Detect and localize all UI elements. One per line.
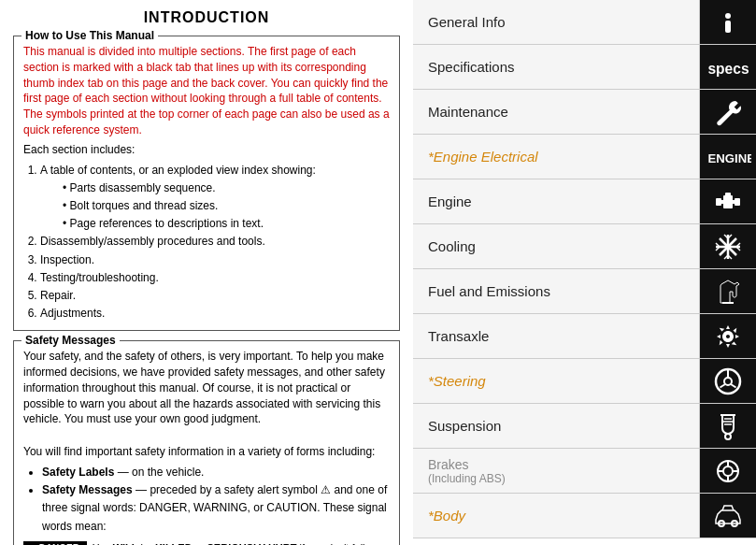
sidebar-item-fuel-emissions[interactable]: Fuel and Emissions <box>413 269 756 314</box>
body-icon <box>713 501 743 531</box>
sidebar-icon-brakes <box>700 449 756 493</box>
snowflake-icon <box>713 232 743 262</box>
right-sidebar-wrapper: General Info Specifications specs <box>413 0 756 545</box>
safety-bullet-list: Safety Labels — on the vehicle. Safety M… <box>42 464 390 536</box>
sidebar-label-steering: *Steering <box>413 359 700 403</box>
page-title: INTRODUCTION <box>13 9 400 26</box>
list-item: Inspection. <box>40 251 390 269</box>
svg-rect-9 <box>725 193 731 196</box>
info-icon <box>713 7 743 37</box>
sidebar-icon-specifications: specs <box>700 45 756 89</box>
right-sidebar: General Info Specifications specs <box>413 0 756 538</box>
list-item: Bolt torques and thread sizes. <box>63 197 390 215</box>
sidebar-label-specifications: Specifications <box>413 45 700 89</box>
engine-elec-icon: ENGINE <box>705 146 751 168</box>
svg-point-24 <box>724 378 732 385</box>
how-to-intro: This manual is divided into multiple sec… <box>23 44 390 138</box>
list-item: A table of contents, or an exploded view… <box>40 162 390 234</box>
list-item: Safety Labels — on the vehicle. <box>42 464 390 481</box>
svg-rect-1 <box>725 21 731 33</box>
list-item: Adjustments. <box>40 305 390 323</box>
sidebar-label-suspension: Suspension <box>413 404 700 448</box>
list-item: Repair. <box>40 287 390 305</box>
list-item: Testing/troubleshooting. <box>40 269 390 287</box>
svg-line-27 <box>731 384 736 388</box>
how-to-list: A table of contents, or an exploded view… <box>40 162 390 323</box>
how-to-section: How to Use This Manual This manual is di… <box>13 36 400 331</box>
brakes-icon <box>713 456 743 486</box>
sidebar-item-body[interactable]: *Body <box>413 494 756 538</box>
svg-line-26 <box>720 384 726 388</box>
safety-para1: Your safety, and the safety of others, i… <box>23 349 390 427</box>
sidebar-label-cooling: Cooling <box>413 224 700 268</box>
list-item: Safety Messages — preceded by a safety a… <box>42 481 390 536</box>
sidebar-label-general-info: General Info <box>413 0 700 44</box>
sidebar-icon-cooling <box>700 224 756 268</box>
wrench-icon <box>713 97 743 127</box>
sidebar-item-engine-electrical[interactable]: *Engine Electrical ENGINE <box>413 135 756 179</box>
svg-point-31 <box>723 466 733 476</box>
svg-text:ENGINE: ENGINE <box>707 151 751 165</box>
left-panel: INTRODUCTION How to Use This Manual This… <box>0 0 413 545</box>
danger-badge: ▲ DANGER <box>23 541 87 545</box>
svg-point-29 <box>725 434 731 439</box>
safety-para2: You will find important safety informati… <box>23 444 390 460</box>
svg-rect-8 <box>720 200 735 204</box>
sidebar-label-fuel-emissions: Fuel and Emissions <box>413 269 700 313</box>
sidebar-icon-body <box>700 494 756 538</box>
list-item: Parts disassembly sequence. <box>63 179 390 197</box>
sidebar-item-engine[interactable]: Engine <box>413 179 756 224</box>
safety-title: Safety Messages <box>21 334 120 347</box>
sidebar-item-maintenance[interactable]: Maintenance <box>413 90 756 135</box>
sidebar-label-body: *Body <box>413 494 700 538</box>
list-item: Disassembly/assembly procedures and tool… <box>40 233 390 251</box>
list-item: Page references to descriptions in text. <box>63 215 390 233</box>
svg-point-14 <box>725 244 731 250</box>
sidebar-item-specifications[interactable]: Specifications specs <box>413 45 756 90</box>
each-section-label: Each section includes: <box>23 142 390 158</box>
sidebar-item-cooling[interactable]: Cooling <box>413 224 756 269</box>
suspension-icon <box>713 411 743 441</box>
sidebar-label-engine-electrical: *Engine Electrical <box>413 135 700 179</box>
sidebar-item-suspension[interactable]: Suspension <box>413 404 756 449</box>
danger-text: You WILL be KILLED or SERIOUSLY HURT if … <box>93 541 390 545</box>
sidebar-icon-maintenance <box>700 90 756 134</box>
safety-badges: ▲ DANGER You WILL be KILLED or SERIOUSLY… <box>23 541 390 545</box>
sidebar-label-engine: Engine <box>413 179 700 223</box>
sidebar-label-brakes: Brakes (Including ABS) <box>413 449 700 493</box>
steering-wheel-icon <box>713 366 743 396</box>
sidebar-icon-suspension <box>700 404 756 448</box>
svg-point-3 <box>719 121 721 123</box>
engine-icon <box>713 187 743 217</box>
sidebar-icon-engine <box>700 179 756 223</box>
gear-icon <box>713 322 743 351</box>
svg-point-0 <box>725 13 731 19</box>
sidebar-icon-general-info <box>700 0 756 44</box>
sidebar-icon-engine-electrical: ENGINE <box>700 135 756 179</box>
sidebar-icon-fuel-emissions <box>700 269 756 313</box>
specs-icon: specs <box>705 56 751 79</box>
sidebar-item-steering[interactable]: *Steering <box>413 359 756 404</box>
sidebar-icon-transaxle <box>700 314 756 358</box>
sidebar-item-transaxle[interactable]: Transaxle <box>413 314 756 359</box>
sidebar-item-general-info[interactable]: General Info <box>413 0 756 45</box>
sidebar-item-brakes[interactable]: Brakes (Including ABS) <box>413 449 756 494</box>
sidebar-label-transaxle: Transaxle <box>413 314 700 358</box>
sidebar-icon-steering <box>700 359 756 403</box>
sidebar-label-maintenance: Maintenance <box>413 90 700 134</box>
how-to-title: How to Use This Manual <box>21 29 158 42</box>
safety-section: Safety Messages Your safety, and the saf… <box>13 340 400 545</box>
svg-text:specs: specs <box>707 61 749 77</box>
fuel-icon <box>713 277 743 307</box>
danger-row: ▲ DANGER You WILL be KILLED or SERIOUSLY… <box>23 541 390 545</box>
